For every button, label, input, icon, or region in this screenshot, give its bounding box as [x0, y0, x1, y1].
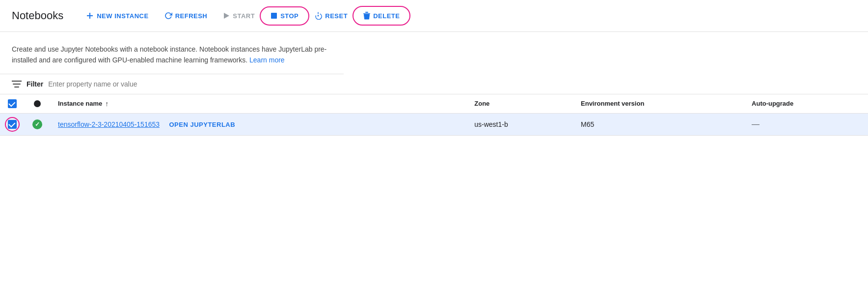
delete-button-wrapper: DELETE [356, 8, 407, 24]
svg-marker-2 [224, 13, 229, 19]
svg-point-4 [318, 15, 319, 16]
plus-icon [86, 12, 94, 20]
filter-icon [12, 80, 22, 88]
svg-rect-6 [365, 12, 368, 13]
delete-button[interactable]: DELETE [356, 8, 407, 24]
learn-more-link[interactable]: Learn more [249, 56, 285, 64]
row-auto-upgrade-cell: — [744, 113, 868, 135]
refresh-icon [164, 12, 172, 20]
toolbar-actions: NEW INSTANCE REFRESH START STOP [79, 8, 407, 24]
auto-upgrade-column-header: Auto-upgrade [744, 94, 868, 114]
toolbar: Notebooks NEW INSTANCE REFRESH START [0, 0, 868, 32]
refresh-button[interactable]: REFRESH [158, 8, 215, 24]
row-checkbox-wrapper[interactable] [8, 120, 17, 129]
filter-bar: Filter [0, 74, 868, 94]
sort-arrow-icon[interactable]: ↑ [105, 100, 108, 108]
svg-rect-3 [271, 13, 277, 19]
svg-rect-5 [363, 13, 370, 14]
select-all-checkbox-container[interactable] [8, 99, 17, 108]
row-status-cell [25, 113, 50, 135]
zone-column-header: Zone [466, 94, 573, 114]
auto-upgrade-value: — [752, 120, 760, 128]
table-header-row: Instance name ↑ Zone Environment version… [0, 94, 868, 114]
trash-icon [363, 12, 370, 20]
row-env-version-cell: M65 [573, 113, 744, 135]
status-green-icon [32, 119, 42, 129]
filter-input[interactable] [48, 80, 856, 88]
open-jupyterlab-button[interactable]: OPEN JUPYTERLAB [169, 121, 236, 128]
instance-name-link[interactable]: tensorflow-2-3-20210405-151653 [58, 120, 160, 128]
new-instance-button[interactable]: NEW INSTANCE [79, 8, 155, 24]
table-row: tensorflow-2-3-20210405-151653 OPEN JUPY… [0, 113, 868, 135]
instance-name-column-header: Instance name ↑ [50, 94, 466, 114]
row-checkbox[interactable] [8, 120, 17, 129]
row-instance-name-cell: tensorflow-2-3-20210405-151653 OPEN JUPY… [50, 113, 466, 135]
stop-button[interactable]: STOP [264, 8, 305, 24]
status-dot-header [34, 100, 41, 107]
start-button[interactable]: START [216, 8, 262, 24]
row-checkbox-cell [0, 113, 25, 135]
select-all-checkbox[interactable] [8, 99, 17, 108]
env-version-column-header: Environment version [573, 94, 744, 114]
page-title: Notebooks [12, 9, 63, 22]
reset-icon [314, 12, 322, 20]
status-column-header [25, 94, 50, 114]
stop-icon [271, 12, 277, 19]
table-container: Instance name ↑ Zone Environment version… [0, 94, 868, 136]
filter-label: Filter [27, 80, 43, 88]
play-icon [223, 12, 230, 19]
stop-button-wrapper: STOP [264, 8, 305, 24]
select-all-column [0, 94, 25, 114]
notebooks-table: Instance name ↑ Zone Environment version… [0, 94, 868, 136]
reset-button[interactable]: RESET [307, 8, 354, 24]
row-zone-cell: us-west1-b [466, 113, 573, 135]
svg-rect-1 [87, 15, 93, 16]
description-section: Create and use Jupyter Notebooks with a … [0, 32, 344, 74]
